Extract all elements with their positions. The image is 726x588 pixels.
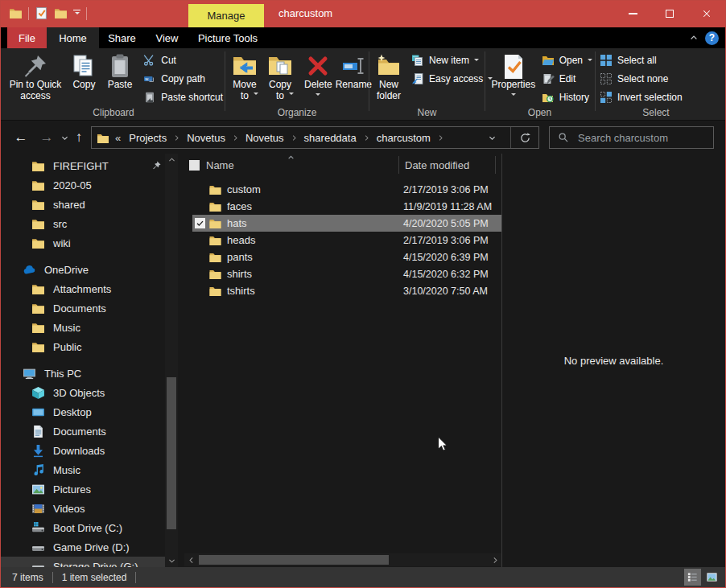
sidebar-item[interactable]: 2020-05 [1,175,165,195]
manage-contextual-tab[interactable]: Manage [188,4,264,27]
scroll-up-icon[interactable] [165,154,178,166]
select-all-checkbox[interactable] [189,160,200,171]
collapse-ribbon-icon[interactable] [689,33,699,43]
sidebar-item[interactable]: Public [1,337,165,356]
table-row[interactable]: faces 11/9/2019 11:28 AM [192,198,501,215]
sidebar-item[interactable]: Pictures [1,479,165,499]
sidebar-item[interactable]: shared [1,195,165,214]
search-input[interactable] [576,131,705,145]
easy-access-button[interactable]: Easy access [411,69,493,88]
chevron-right-icon[interactable] [173,134,180,142]
column-header-date-modified[interactable]: Date modified [405,159,469,171]
maximize-button[interactable] [651,1,688,26]
scroll-down-icon[interactable] [165,555,178,567]
sidebar-item[interactable]: Documents [1,421,165,441]
properties-icon[interactable] [35,6,48,20]
breadcrumb-item[interactable]: charcustom [375,132,432,144]
sidebar-item[interactable]: wiki [1,233,165,253]
sidebar-item[interactable]: Music [1,318,165,337]
table-row[interactable]: hats 4/20/2020 5:05 PM [192,215,501,232]
sidebar-item[interactable]: Documents [1,298,165,318]
sidebar-scrollbar[interactable] [165,154,178,567]
invert-selection-button[interactable]: Invert selection [600,88,683,106]
sidebar-item[interactable]: FIREFIGHT [1,156,165,175]
back-icon[interactable]: ← [10,121,31,154]
column-divider[interactable] [398,156,399,174]
copy-button[interactable]: Copy [67,50,101,93]
close-button[interactable] [688,1,725,26]
refresh-icon[interactable] [511,127,538,148]
open-button[interactable]: Open [542,51,592,69]
sidebar-item-label: wiki [53,237,71,249]
help-icon[interactable]: ? [705,31,719,45]
tab-share[interactable]: Share [99,27,145,48]
table-row[interactable]: heads 2/17/2019 3:06 PM [192,232,501,249]
chevron-right-icon[interactable] [437,134,444,142]
table-row[interactable]: custom 2/17/2019 3:06 PM [192,181,501,198]
tab-home[interactable]: Home [47,27,99,48]
sidebar-item[interactable]: Storage Drive (G:) [1,557,165,567]
horizontal-scrollbar[interactable] [184,553,501,566]
copy-path-button[interactable]: w... Copy path [143,69,223,88]
sidebar-item[interactable]: This PC [1,364,165,383]
select-none-button[interactable]: Select none [600,69,683,88]
move-to-button[interactable]: Move to [227,50,262,99]
scroll-left-icon[interactable] [184,553,197,566]
chevron-right-icon[interactable] [363,134,370,142]
breadcrumb-item[interactable]: Projects [127,132,168,144]
properties-button[interactable]: Properties [487,50,540,100]
edit-button[interactable]: Edit [542,69,592,88]
forward-icon[interactable]: → [36,121,57,154]
column-header-name[interactable]: Name [206,159,234,171]
sidebar-item[interactable]: Downloads [1,441,165,460]
sidebar-item[interactable]: Attachments [1,279,165,298]
sidebar-item[interactable]: Videos [1,499,165,518]
new-folder-button[interactable]: New folder [371,50,406,104]
new-item-button[interactable]: New item [411,51,493,69]
tab-file[interactable]: File [7,27,47,48]
sidebar-item[interactable]: Desktop [1,402,165,421]
cut-button[interactable]: Cut [143,51,223,69]
scroll-right-icon[interactable] [489,553,501,566]
paste-button[interactable]: Paste [101,50,138,93]
breadcrumb-overflow[interactable]: « [115,132,121,144]
thumbnails-view-button[interactable] [703,569,720,586]
pin-to-quick-access-button[interactable]: Pin to Quick access [4,50,67,104]
rename-button[interactable]: Rename [334,50,373,93]
tab-picture-tools[interactable]: Picture Tools [189,27,266,48]
table-row[interactable]: pants 4/15/2020 6:39 PM [192,249,501,265]
copy-to-button[interactable]: Copy to [262,50,298,99]
sidebar-item[interactable]: Game Drive (D:) [1,537,165,557]
breadcrumb-item[interactable]: Novetus [185,132,227,144]
minimize-button[interactable] [614,1,651,26]
table-row[interactable]: tshirts 3/10/2020 7:50 AM [192,282,501,299]
details-view-button[interactable] [684,569,701,586]
table-row[interactable]: shirts 4/15/2020 6:32 PM [192,265,501,282]
breadcrumb-item[interactable]: Novetus [244,132,286,144]
customize-quick-access-icon[interactable] [73,10,80,18]
delete-button[interactable]: Delete [303,50,334,100]
paste-shortcut-button[interactable]: Paste shortcut [143,88,223,106]
up-icon[interactable]: ↑ [68,121,89,154]
breadcrumb-item[interactable]: shareddata [303,132,358,144]
scrollbar-thumb[interactable] [167,377,176,529]
button-label: Move to [229,80,261,102]
scrollbar-thumb[interactable] [199,555,389,565]
chevron-right-icon[interactable] [232,134,239,142]
sidebar-item[interactable]: src [1,214,165,233]
address-bar[interactable]: « Projects Novetus Novetus shareddata ch… [91,126,539,149]
tab-view[interactable]: View [145,27,189,48]
history-button[interactable]: History [542,88,592,106]
column-divider[interactable] [495,156,496,174]
chevron-right-icon[interactable] [291,134,298,142]
folder-icon[interactable] [54,6,68,20]
select-all-button[interactable]: Select all [600,51,683,69]
sidebar-item[interactable]: OneDrive [1,260,165,279]
sidebar-item[interactable]: Music [1,460,165,479]
search-box[interactable] [549,126,714,149]
address-dropdown-icon[interactable] [481,134,502,142]
row-checkbox[interactable] [195,218,205,228]
sidebar-item[interactable]: 3D Objects [1,383,165,402]
sidebar-item[interactable]: Boot Drive (C:) [1,518,165,537]
folder-icon[interactable] [9,6,23,20]
